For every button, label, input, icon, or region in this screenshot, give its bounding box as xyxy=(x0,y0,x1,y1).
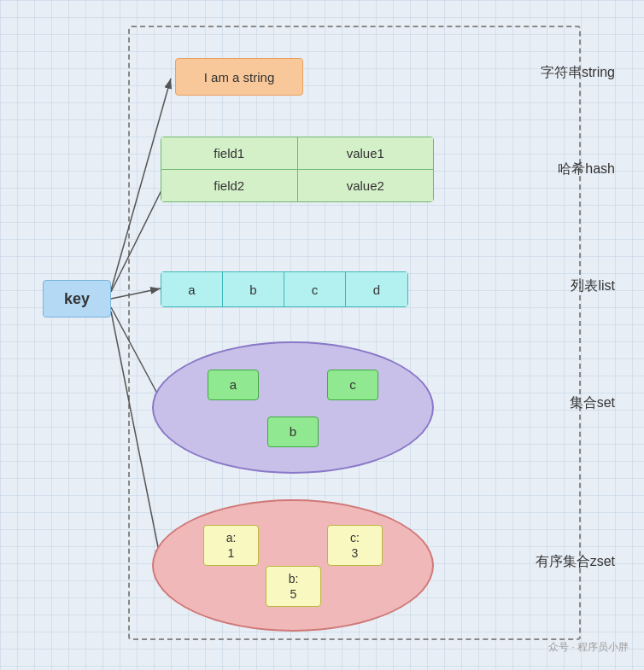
hash-row-1: field1 value1 xyxy=(161,137,434,170)
list-row: a b c d xyxy=(161,271,408,307)
hash-field2: field2 xyxy=(161,170,298,201)
zset-item-a: a:1 xyxy=(203,525,259,566)
hash-value2: value2 xyxy=(298,170,434,201)
string-value: I am a string xyxy=(204,70,275,84)
hash-type-label: 哈希hash xyxy=(558,160,615,178)
zset-items: a:1 b:5 c:3 xyxy=(190,516,395,615)
hash-row-2: field2 value2 xyxy=(161,169,434,202)
list-item-a: a xyxy=(161,272,223,306)
string-type-label: 字符串string xyxy=(541,64,615,82)
zset-ellipse: a:1 b:5 c:3 xyxy=(152,499,434,632)
list-item-b: b xyxy=(223,272,284,306)
hash-value1: value1 xyxy=(298,137,434,169)
wechat-icon: 众号 · 程序员小胖 xyxy=(548,641,629,653)
set-type-label: 集合set xyxy=(570,394,615,412)
set-item-b: b xyxy=(267,417,319,447)
key-label: key xyxy=(64,290,90,308)
list-item-c: c xyxy=(284,272,346,306)
zset-item-c: c:3 xyxy=(327,525,383,566)
set-items: a b c xyxy=(190,361,395,455)
set-ellipse: a b c xyxy=(152,341,434,474)
zset-type-label: 有序集合zset xyxy=(536,553,615,571)
list-type-label: 列表list xyxy=(571,277,615,295)
key-box: key xyxy=(43,280,111,318)
set-item-a: a xyxy=(208,370,259,400)
watermark: 众号 · 程序员小胖 xyxy=(548,640,629,655)
list-item-d: d xyxy=(346,272,407,306)
hash-table: field1 value1 field2 value2 xyxy=(161,137,434,201)
diagram-container: key I am a string 字符串string field1 value… xyxy=(26,17,624,653)
zset-item-b: b:5 xyxy=(266,566,321,607)
string-box: I am a string xyxy=(175,58,303,96)
set-item-c: c xyxy=(327,370,378,400)
hash-field1: field1 xyxy=(161,137,298,169)
